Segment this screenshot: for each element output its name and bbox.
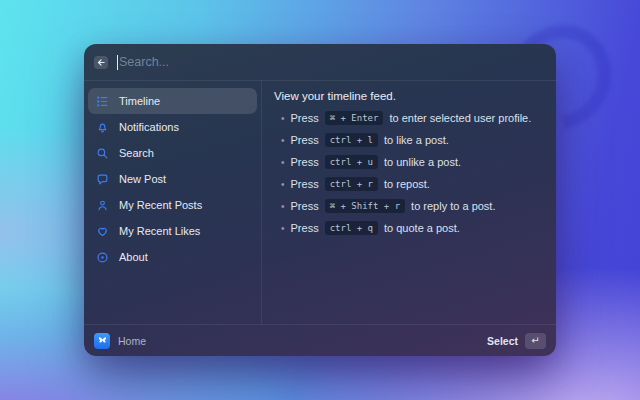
sidebar-item-label: My Recent Likes	[119, 225, 200, 237]
select-action-button[interactable]: Select ↵	[487, 333, 546, 349]
bluesky-logo-icon	[94, 333, 110, 349]
keyboard-shortcut-badge: ctrl + r	[325, 177, 378, 191]
shortcut-prefix: Press	[291, 112, 319, 124]
shortcut-prefix: Press	[291, 200, 319, 212]
shortcut-description: to repost.	[384, 178, 430, 190]
footer-bar: Home Select ↵	[84, 324, 556, 356]
bullet-dot: •	[281, 179, 285, 190]
shortcut-list: • Press ⌘ + Enter to enter selected user…	[274, 111, 544, 235]
shortcut-item: • Press ⌘ + Shift + r to reply to a post…	[274, 199, 544, 213]
sidebar-item-label: New Post	[119, 173, 166, 185]
bullet-dot: •	[281, 135, 285, 146]
bullet-dot: •	[281, 113, 285, 124]
shortcut-item: • Press ctrl + l to like a post.	[274, 133, 544, 147]
bullet-dot: •	[281, 157, 285, 168]
sidebar-item-label: Timeline	[119, 95, 160, 107]
detail-title: View your timeline feed.	[274, 90, 544, 102]
shortcut-description: to enter selected user profile.	[389, 112, 531, 124]
person-icon	[96, 199, 109, 212]
sidebar-item-search[interactable]: Search	[88, 140, 257, 166]
heart-icon	[96, 225, 109, 238]
keyboard-shortcut-badge: ⌘ + Shift + r	[325, 199, 405, 213]
sidebar: Timeline Notifications Search New Post M…	[84, 81, 262, 324]
speech-bubble-icon	[96, 173, 109, 186]
shortcut-description: to like a post.	[384, 134, 449, 146]
sidebar-item-label: My Recent Posts	[119, 199, 202, 211]
shortcut-prefix: Press	[291, 178, 319, 190]
shortcut-item: • Press ctrl + r to repost.	[274, 177, 544, 191]
shortcut-prefix: Press	[291, 222, 319, 234]
arrow-left-icon	[97, 58, 106, 67]
keyboard-shortcut-badge: ctrl + q	[325, 221, 378, 235]
enter-key-icon: ↵	[525, 333, 546, 349]
sidebar-item-about[interactable]: About	[88, 244, 257, 270]
shortcut-prefix: Press	[291, 156, 319, 168]
timeline-list-icon	[96, 95, 109, 108]
bullet-dot: •	[281, 201, 285, 212]
shortcut-description: to quote a post.	[384, 222, 460, 234]
keyboard-shortcut-badge: ctrl + l	[325, 133, 378, 147]
bell-icon	[96, 121, 109, 134]
desktop-background: { "window": { "search": { "placeholder":…	[0, 0, 640, 400]
command-palette-window: Timeline Notifications Search New Post M…	[84, 44, 556, 356]
shortcut-description: to reply to a post.	[411, 200, 495, 212]
shortcut-item: • Press ctrl + u to unlike a post.	[274, 155, 544, 169]
sidebar-item-label: Search	[119, 147, 154, 159]
sidebar-item-label: Notifications	[119, 121, 179, 133]
back-button[interactable]	[94, 56, 108, 69]
shortcut-prefix: Press	[291, 134, 319, 146]
sidebar-item-my-recent-posts[interactable]: My Recent Posts	[88, 192, 257, 218]
select-label: Select	[487, 335, 518, 347]
shortcut-item: • Press ctrl + q to quote a post.	[274, 221, 544, 235]
search-icon	[96, 147, 109, 160]
sidebar-item-new-post[interactable]: New Post	[88, 166, 257, 192]
info-circle-icon	[96, 251, 109, 264]
footer-app-name: Home	[118, 335, 146, 347]
shortcut-item: • Press ⌘ + Enter to enter selected user…	[274, 111, 544, 125]
keyboard-shortcut-badge: ctrl + u	[325, 155, 378, 169]
shortcut-description: to unlike a post.	[384, 156, 461, 168]
text-cursor	[117, 55, 118, 70]
sidebar-item-notifications[interactable]: Notifications	[88, 114, 257, 140]
sidebar-item-label: About	[119, 251, 148, 263]
search-bar	[84, 44, 556, 81]
keyboard-shortcut-badge: ⌘ + Enter	[325, 111, 384, 125]
bullet-dot: •	[281, 223, 285, 234]
sidebar-item-my-recent-likes[interactable]: My Recent Likes	[88, 218, 257, 244]
search-input[interactable]	[119, 55, 546, 69]
sidebar-item-timeline[interactable]: Timeline	[88, 88, 257, 114]
detail-panel: View your timeline feed. • Press ⌘ + Ent…	[262, 81, 556, 324]
